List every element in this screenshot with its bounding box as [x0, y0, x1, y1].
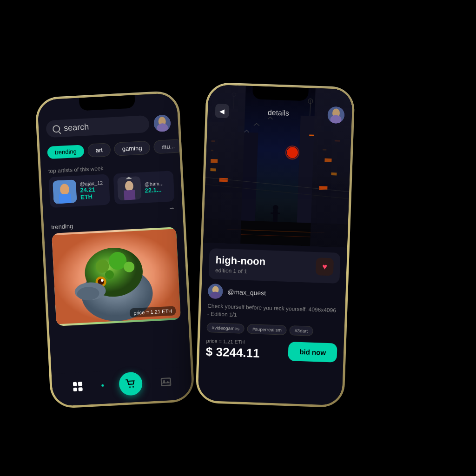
artist-avatar-2: [117, 176, 142, 201]
nav-dot: [101, 384, 104, 386]
artist-card-1[interactable]: @ajax_12 24.21 ETH: [49, 174, 110, 208]
cart-button[interactable]: [119, 371, 143, 396]
price-info: price = 1.21 ETH $ 3244.11: [205, 338, 260, 361]
phone-left: search: [35, 90, 195, 409]
svg-rect-56: [331, 172, 337, 175]
nft-title-info: high-noon edition 1 of 1: [215, 254, 266, 276]
details-title: details: [267, 108, 289, 118]
user-avatar-right[interactable]: [327, 106, 344, 124]
artist-info-1: @ajax_12 24.21 ETH: [79, 180, 106, 201]
svg-point-22: [129, 386, 131, 388]
pill-trending[interactable]: trending: [47, 145, 84, 159]
search-screen: search: [37, 93, 192, 407]
user-avatar-left[interactable]: [153, 114, 171, 132]
heart-button[interactable]: ♥: [316, 258, 334, 276]
search-bar[interactable]: search: [46, 115, 150, 138]
nav-grid-button[interactable]: [69, 378, 86, 396]
svg-rect-54: [219, 178, 228, 182]
artist-image-1: [53, 179, 77, 204]
search-placeholder: search: [64, 122, 89, 133]
details-screen: ◀ details: [198, 85, 353, 405]
nft-description: Check yourself before you reck yourself.…: [207, 302, 338, 322]
grid-icon: [73, 382, 82, 391]
tag-3dart[interactable]: #3dart: [290, 325, 313, 336]
nft-title-section: high-noon edition 1 of 1 ♥: [208, 248, 340, 284]
svg-rect-24: [162, 378, 171, 385]
pill-music[interactable]: mu...: [153, 139, 180, 154]
nft-title: high-noon: [215, 254, 265, 268]
artist-image-2: [117, 176, 142, 201]
artist-eth-2: 22.1...: [145, 186, 164, 194]
trending-image[interactable]: price = 1.21 ETH: [52, 227, 181, 326]
phone-right: ◀ details: [195, 82, 355, 408]
search-icon: [53, 125, 60, 132]
details-hero: ◀ details: [203, 85, 353, 248]
avatar-image: [153, 114, 171, 132]
svg-rect-8: [124, 190, 135, 200]
svg-rect-55: [324, 159, 331, 163]
creator-row: @max_quest: [208, 284, 339, 303]
svg-rect-52: [211, 159, 218, 163]
svg-line-49: [271, 213, 280, 214]
bottom-nav: [52, 367, 192, 407]
svg-rect-5: [59, 194, 72, 204]
back-icon: ◀: [219, 107, 225, 115]
svg-point-23: [132, 386, 134, 388]
price-usd: $ 3244.11: [205, 344, 260, 361]
pill-art[interactable]: art: [87, 143, 111, 158]
image-icon: [161, 377, 172, 386]
artist-card-2[interactable]: @hani... 22.1...: [113, 171, 174, 205]
svg-rect-53: [210, 168, 216, 171]
tags-row: #videogames #superrealism #3dart: [206, 323, 338, 337]
creator-avatar: [208, 284, 223, 299]
svg-rect-47: [273, 210, 278, 222]
nft-edition: edition 1 of 1: [215, 267, 265, 276]
app-scene: search: [29, 29, 447, 447]
price-section: price = 1.21 ETH $ 3244.11 bid now: [205, 338, 337, 364]
tag-superrealism[interactable]: #superrealism: [247, 324, 287, 335]
svg-rect-41: [309, 134, 314, 136]
tag-videogames[interactable]: #videogames: [206, 323, 245, 334]
artist-avatar-1: [53, 179, 77, 204]
details-body: high-noon edition 1 of 1 ♥: [199, 243, 347, 369]
nav-image-button[interactable]: [158, 373, 175, 391]
back-button[interactable]: ◀: [215, 104, 229, 118]
pill-gaming[interactable]: gaming: [114, 141, 150, 156]
artist-eth-1: 24.21 ETH: [80, 185, 106, 201]
artist-info-2: @hani... 22.1...: [144, 180, 164, 194]
notch-right: [252, 86, 309, 101]
creator-handle: @max_quest: [227, 288, 266, 297]
bid-button[interactable]: bid now: [288, 342, 337, 363]
